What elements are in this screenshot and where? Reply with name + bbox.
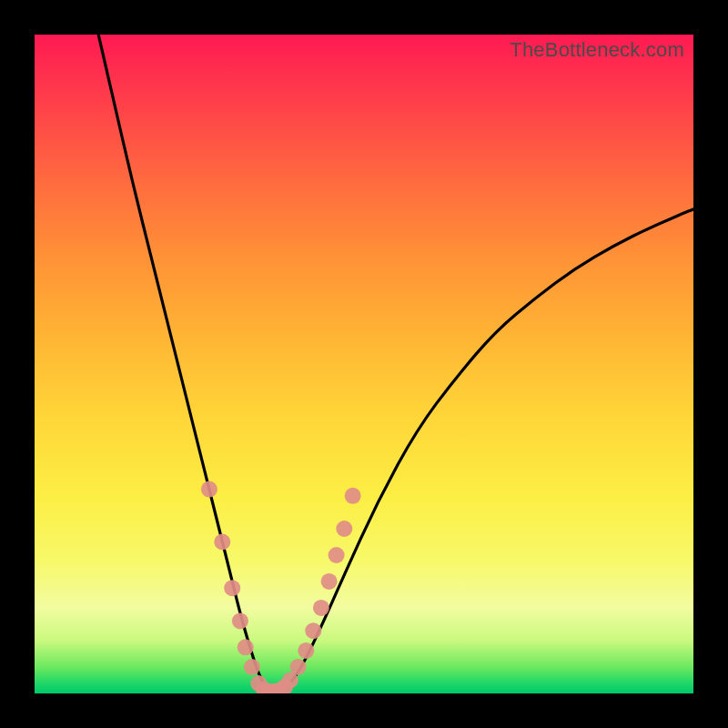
scatter-point: [305, 622, 321, 639]
scatter-point: [336, 521, 352, 537]
scatter-point: [321, 573, 338, 590]
scatter-point: [290, 659, 307, 675]
scatter-point: [201, 481, 217, 498]
scatter-point: [244, 659, 260, 675]
bottleneck-curve: [94, 35, 693, 691]
chart-frame: TheBottleneck.com: [0, 0, 728, 728]
scatter-point: [329, 547, 345, 563]
curve-layer: [94, 35, 693, 691]
plot-area: TheBottleneck.com: [35, 35, 693, 693]
scatter-point: [313, 600, 329, 616]
scatter-point: [214, 534, 230, 551]
scatter-layer: [201, 481, 361, 693]
chart-svg: [35, 35, 693, 693]
scatter-point: [345, 488, 361, 504]
scatter-point: [238, 639, 254, 655]
scatter-point: [224, 580, 240, 596]
scatter-point: [232, 612, 248, 629]
watermark-text: TheBottleneck.com: [510, 38, 684, 62]
scatter-point: [298, 642, 314, 659]
